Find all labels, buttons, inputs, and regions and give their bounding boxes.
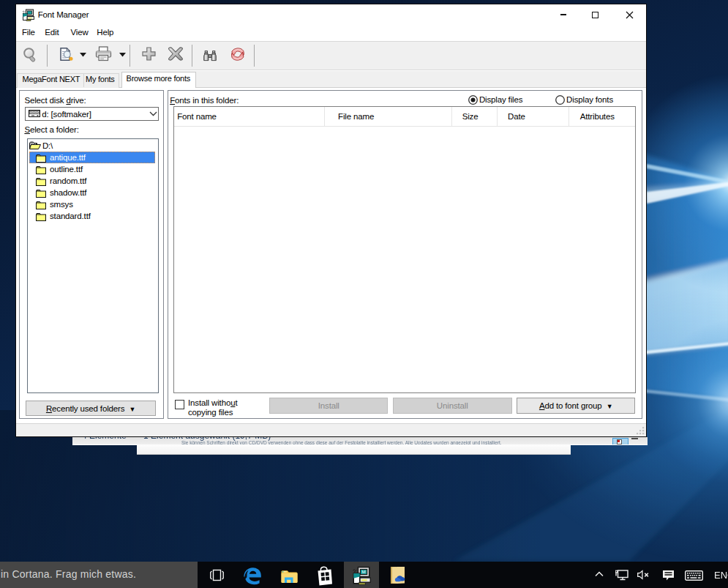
svg-text:M: M (362, 569, 366, 574)
